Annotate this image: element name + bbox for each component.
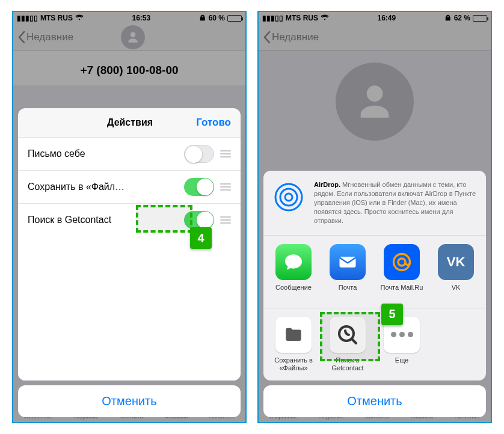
sheet-title: Действия xyxy=(64,117,196,128)
reorder-grip-icon[interactable] xyxy=(220,150,231,157)
row-save-files[interactable]: Сохранить в «Файл… xyxy=(18,170,241,203)
action-getcontact[interactable]: Поиск в Getcontact xyxy=(322,317,373,372)
phone-right: ▮▮▮▯▯ MTS RUS 16:49 🔒︎ 62 % Недавние Изб… xyxy=(257,11,492,423)
phone-left: ▮▮▮▯▯ MTS RUS 16:53 🔒︎ 60 % Недавние +7 … xyxy=(12,11,247,423)
action-save-files[interactable]: Сохранить в «Файлы» xyxy=(268,317,319,372)
done-button[interactable]: Готово xyxy=(196,117,231,129)
svg-point-5 xyxy=(398,258,405,266)
row-getcontact[interactable]: Поиск в Getcontact xyxy=(18,203,241,236)
svg-rect-3 xyxy=(340,257,356,267)
more-icon xyxy=(391,332,413,337)
toggle-getcontact[interactable] xyxy=(184,211,214,229)
svg-point-4 xyxy=(394,254,410,270)
app-messages[interactable]: Сообщение xyxy=(268,244,319,299)
app-mailru[interactable]: Почта Mail.Ru xyxy=(376,244,427,299)
app-vk[interactable]: VK VK xyxy=(431,244,481,299)
app-mail[interactable]: Почта xyxy=(322,244,373,299)
airdrop-icon xyxy=(272,180,306,214)
reorder-grip-icon[interactable] xyxy=(220,183,231,191)
actions-row: Сохранить в «Файлы» Поиск в Getcontact xyxy=(263,308,486,381)
cancel-button[interactable]: Отменить xyxy=(263,385,486,417)
reorder-grip-icon[interactable] xyxy=(220,216,231,224)
airdrop-section: AirDrop. Мгновенный обмен данными с теми… xyxy=(263,171,486,234)
toggle-save-files[interactable] xyxy=(184,178,214,196)
cancel-button[interactable]: Отменить xyxy=(18,385,241,417)
apps-row: Сообщение Почта Почта Mail.Ru VK VK xyxy=(263,235,486,308)
toggle-letter-self[interactable] xyxy=(184,145,214,163)
airdrop-text: AirDrop. Мгновенный обмен данными с теми… xyxy=(314,180,478,225)
svg-point-1 xyxy=(280,189,297,206)
action-more[interactable]: Еще xyxy=(376,317,427,372)
row-letter-self[interactable]: Письмо себе xyxy=(18,137,241,170)
svg-point-0 xyxy=(285,194,292,201)
action-sheet: Действия Готово Письмо себе Сохранить в … xyxy=(18,108,241,417)
share-sheet: AirDrop. Мгновенный обмен данными с теми… xyxy=(263,171,486,417)
